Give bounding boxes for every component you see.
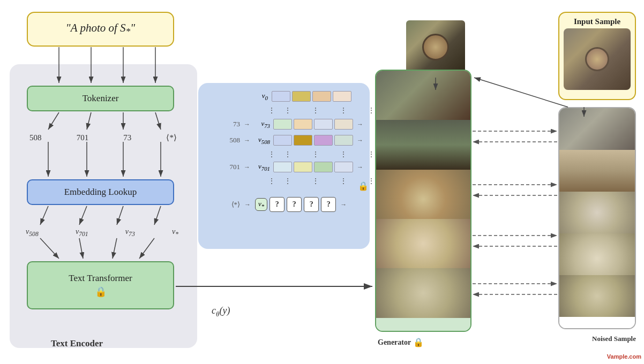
text-transformer-label: Text Transformer [69,273,132,284]
q-cell-1: ? [269,197,284,212]
tokenizer-box: Tokenizer [27,86,174,111]
phrase-box: "A photo of S*" [27,12,174,47]
main-container: "A photo of S*" Tokenizer 508 701 73 ⟨*⟩… [0,0,644,364]
tokenizer-label: Tokenizer [83,93,119,104]
phrase-text: "A photo of S*" [66,21,135,37]
embedding-table: v0 ⋮ ⋮⋮⋮⋮ 73 → v73 → 508 → v508 [230,91,364,241]
embed-row-v73: 73 → v73 → [225,119,363,130]
noised-img-1 [559,108,635,150]
watermark: Vample.com [607,353,641,360]
embed-dots-bot: ⋮ [268,177,275,186]
input-sample-box: Input Sample [558,12,636,100]
vstar-label: v* [172,228,178,238]
noised-img-5 [559,275,635,317]
embed-row-v701: 701 → v701 → [225,162,363,172]
q-cell-4: ? [321,197,336,212]
input-sample-label: Input Sample [574,17,620,26]
gen-img-5 [376,268,470,317]
v508-label: v508 [26,228,39,238]
v701-label: v701 [76,228,88,238]
embed-lock: 🔒 [358,181,369,191]
generator-label: Generator 🔒 [378,337,424,347]
noised-img-2 [559,150,635,192]
embed-dots-mid: ⋮ [268,150,275,159]
c-theta-label: cθ(y) [212,305,230,318]
q-cell-2: ? [287,197,302,212]
token-701: 701 [77,133,89,142]
embed-dots-top-cells: ⋮⋮⋮⋮ [284,106,375,115]
gen-img-3 [376,170,470,219]
token-508: 508 [29,133,42,142]
embed-dots-mid-cells: ⋮⋮⋮⋮ [284,150,375,159]
token-numbers-row: 508 701 73 ⟨*⟩ [29,133,177,142]
token-star: ⟨*⟩ [166,133,177,142]
vector-labels-row: v508 v701 v73 v* [26,228,178,238]
embed-dots-top: ⋮ [268,106,275,115]
embed-row-v0: v0 [252,91,351,102]
text-transformer-lock: 🔒 [95,286,107,298]
embed-row-vstar: ⟨*⟩ → v* ? ? ? ? → [225,197,347,212]
generator-panel [375,70,471,332]
embedding-lookup-label: Embedding Lookup [64,187,137,198]
svg-line-23 [474,78,568,107]
text-encoder-label: Text Encoder [51,338,103,349]
q-cell-3: ? [304,197,319,212]
noised-sample-panel [558,107,636,329]
noised-img-4 [559,233,635,275]
text-transformer-box: Text Transformer 🔒 [27,261,174,309]
embedding-lookup-box: Embedding Lookup [27,179,174,205]
embed-row-v508: 508 → v508 → [225,135,363,146]
v73-label: v73 [125,228,135,238]
noised-sample-label: Noised Sample [592,335,636,343]
noised-img-3 [559,192,635,233]
token-73: 73 [123,133,131,142]
input-sample-image [564,28,631,90]
gen-img-1 [376,71,470,120]
gen-img-2 [376,120,470,169]
top-clock-image [406,20,465,74]
gen-img-4 [376,219,470,268]
